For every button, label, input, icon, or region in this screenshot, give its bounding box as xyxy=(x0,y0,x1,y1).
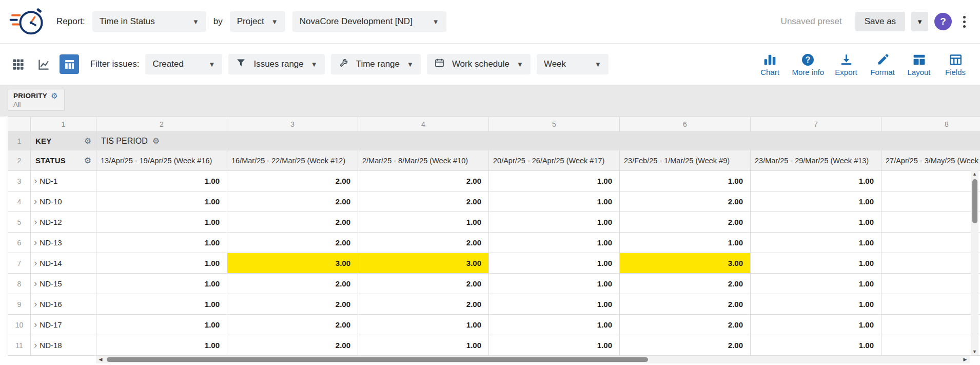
value-cell[interactable]: 2.00 xyxy=(227,171,358,191)
value-cell[interactable]: 1.00 xyxy=(489,274,620,294)
value-cell[interactable]: 1.00 xyxy=(751,233,881,253)
expand-chevron-icon[interactable]: › xyxy=(34,196,37,206)
report-type-select[interactable]: Time in Status ▼ xyxy=(92,11,206,32)
expand-chevron-icon[interactable]: › xyxy=(34,237,37,247)
value-cell[interactable]: 1.00 xyxy=(489,191,620,212)
issue-key-cell[interactable]: ›ND-13 xyxy=(31,233,96,253)
value-cell[interactable]: 1.00 xyxy=(358,315,489,335)
expand-chevron-icon[interactable]: › xyxy=(34,217,37,226)
value-cell[interactable] xyxy=(881,315,980,335)
horizontal-scroll-thumb[interactable] xyxy=(107,357,648,362)
value-cell[interactable]: 1.00 xyxy=(751,171,881,191)
view-table-button[interactable] xyxy=(60,54,79,74)
value-cell[interactable]: 2.00 xyxy=(620,335,751,356)
expand-chevron-icon[interactable]: › xyxy=(34,176,37,185)
value-cell[interactable]: 2.00 xyxy=(358,233,489,253)
value-cell[interactable]: 1.00 xyxy=(96,253,227,274)
scroll-up-icon[interactable]: ▲ xyxy=(971,170,978,178)
scroll-left-icon[interactable]: ◀ xyxy=(96,356,105,363)
value-cell[interactable]: 1.00 xyxy=(96,212,227,233)
value-cell[interactable]: 2.00 xyxy=(620,315,751,335)
issues-range-button[interactable]: Issues range ▼ xyxy=(228,54,324,74)
action-chart-button[interactable]: Chart xyxy=(753,51,786,78)
value-cell[interactable]: 3.00 xyxy=(227,253,358,274)
value-cell[interactable]: 1.00 xyxy=(96,171,227,191)
value-cell[interactable]: 1.00 xyxy=(96,294,227,315)
issue-key-cell[interactable]: ›ND-15 xyxy=(31,274,96,294)
expand-chevron-icon[interactable]: › xyxy=(34,278,37,288)
issue-key-cell[interactable]: ›ND-10 xyxy=(31,191,96,212)
action-more-info-button[interactable]: ?More info xyxy=(790,51,826,78)
value-cell[interactable]: 2.00 xyxy=(227,233,358,253)
value-cell[interactable] xyxy=(881,191,980,212)
value-cell[interactable]: 1.00 xyxy=(751,294,881,315)
value-cell[interactable]: 1.00 xyxy=(358,335,489,356)
value-cell[interactable] xyxy=(881,335,980,356)
expand-chevron-icon[interactable]: › xyxy=(34,340,37,350)
save-options-button[interactable]: ▼ xyxy=(911,12,928,31)
value-cell[interactable]: 2.00 xyxy=(620,212,751,233)
value-cell[interactable]: 1.00 xyxy=(96,315,227,335)
issue-key-cell[interactable]: ›ND-18 xyxy=(31,335,96,356)
filter-field-select[interactable]: Created ▼ xyxy=(145,54,222,74)
value-cell[interactable]: 2.00 xyxy=(227,212,358,233)
value-cell[interactable]: 2.00 xyxy=(358,191,489,212)
value-cell[interactable]: 1.00 xyxy=(751,335,881,356)
project-select[interactable]: NovaCore Development [ND] ▼ xyxy=(292,11,446,32)
action-export-button[interactable]: Export xyxy=(830,51,863,78)
value-cell[interactable]: 1.00 xyxy=(620,171,751,191)
view-chart-button[interactable] xyxy=(34,54,53,74)
gear-icon[interactable]: ⚙ xyxy=(51,92,57,100)
value-cell[interactable] xyxy=(881,212,980,233)
value-cell[interactable]: 1.00 xyxy=(751,191,881,212)
gear-icon[interactable]: ⚙ xyxy=(84,137,91,145)
scroll-down-icon[interactable]: ▼ xyxy=(971,348,978,355)
issue-key-cell[interactable]: ›ND-1 xyxy=(31,171,96,191)
value-cell[interactable]: 1.00 xyxy=(96,191,227,212)
gear-icon[interactable]: ⚙ xyxy=(84,157,91,165)
help-button[interactable]: ? xyxy=(934,13,952,30)
value-cell[interactable]: 1.00 xyxy=(96,274,227,294)
action-layout-button[interactable]: Layout xyxy=(903,51,935,78)
value-cell[interactable]: 2.00 xyxy=(620,274,751,294)
value-cell[interactable]: 2.00 xyxy=(227,315,358,335)
value-cell[interactable]: 2.00 xyxy=(620,191,751,212)
value-cell[interactable]: 1.00 xyxy=(358,212,489,233)
value-cell[interactable]: 2.00 xyxy=(227,274,358,294)
vertical-scroll-thumb[interactable] xyxy=(972,179,977,223)
value-cell[interactable]: 2.00 xyxy=(620,294,751,315)
value-cell[interactable]: 1.00 xyxy=(620,233,751,253)
gear-icon[interactable]: ⚙ xyxy=(152,137,160,145)
action-format-button[interactable]: Format xyxy=(866,51,899,78)
value-cell[interactable]: 2.00 xyxy=(358,294,489,315)
issue-key-cell[interactable]: ›ND-12 xyxy=(31,212,96,233)
value-cell[interactable] xyxy=(881,233,980,253)
value-cell[interactable]: 1.00 xyxy=(96,233,227,253)
value-cell[interactable]: 3.00 xyxy=(358,253,489,274)
value-cell[interactable]: 2.00 xyxy=(227,335,358,356)
priority-filter-chip[interactable]: PRIORITY ⚙ All xyxy=(8,89,65,111)
group-by-select[interactable]: Project ▼ xyxy=(230,11,285,32)
issue-key-cell[interactable]: ›ND-16 xyxy=(31,294,96,315)
value-cell[interactable]: 2.00 xyxy=(227,191,358,212)
kebab-menu-icon[interactable] xyxy=(958,13,971,31)
value-cell[interactable] xyxy=(881,294,980,315)
value-cell[interactable]: 1.00 xyxy=(489,171,620,191)
work-schedule-button[interactable]: Work schedule ▼ xyxy=(427,54,531,74)
issue-key-cell[interactable]: ›ND-14 xyxy=(31,253,96,274)
value-cell[interactable]: 1.00 xyxy=(751,212,881,233)
expand-chevron-icon[interactable]: › xyxy=(34,299,37,309)
vertical-scrollbar[interactable]: ▲ ▼ xyxy=(971,170,978,355)
value-cell[interactable]: 2.00 xyxy=(227,294,358,315)
time-range-button[interactable]: Time range ▼ xyxy=(331,54,421,74)
value-cell[interactable] xyxy=(881,171,980,191)
value-cell[interactable]: 3.00 xyxy=(620,253,751,274)
value-cell[interactable]: 1.00 xyxy=(751,253,881,274)
value-cell[interactable]: 2.00 xyxy=(358,171,489,191)
value-cell[interactable]: 1.00 xyxy=(489,294,620,315)
value-cell[interactable]: 2.00 xyxy=(358,274,489,294)
expand-chevron-icon[interactable]: › xyxy=(34,258,37,267)
value-cell[interactable] xyxy=(881,274,980,294)
value-cell[interactable] xyxy=(881,253,980,274)
value-cell[interactable]: 1.00 xyxy=(751,315,881,335)
